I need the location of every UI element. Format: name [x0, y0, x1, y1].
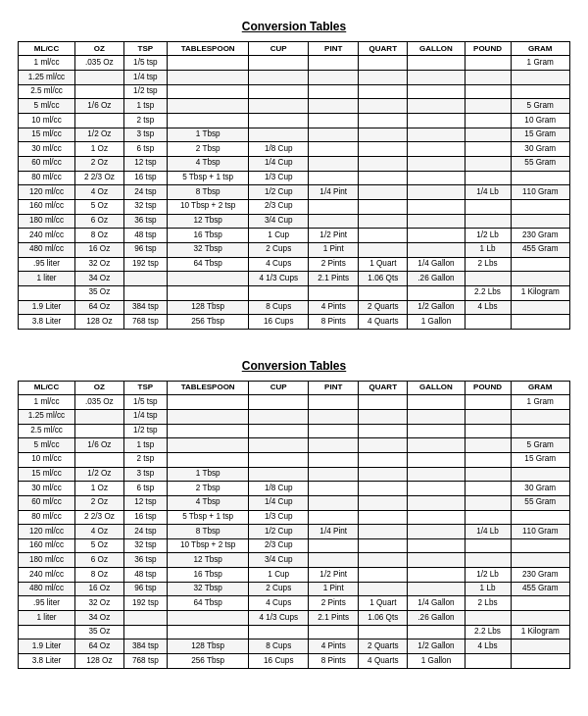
table-cell — [359, 84, 408, 99]
table-cell — [511, 654, 569, 669]
table-cell: 2.1 Pints — [309, 272, 359, 286]
table-cell: 2.1 Pints — [309, 611, 359, 626]
table-cell: 34 Oz — [75, 611, 124, 626]
table-cell: 3 tsp — [123, 128, 167, 142]
table-cell — [359, 128, 408, 142]
column-header: QUART — [359, 42, 408, 56]
table-cell — [408, 99, 465, 114]
table-cell: 120 ml/cc — [19, 525, 75, 539]
table-cell: 1/5 tsp — [123, 395, 167, 410]
table-cell: 1/6 Oz — [75, 438, 124, 453]
table-cell — [511, 300, 569, 315]
table-row: 10 ml/cc2 tsp15 Gram — [19, 452, 570, 467]
table-cell: 1/3 Cup — [249, 510, 309, 525]
table-cell — [249, 285, 309, 300]
table-cell — [408, 467, 465, 482]
table-cell: 1/2 tsp — [123, 424, 167, 438]
table-cell — [75, 409, 124, 424]
table-cell: 32 tsp — [123, 199, 167, 214]
table-cell — [465, 467, 511, 482]
table-cell — [465, 395, 511, 410]
table-cell: 4 Pints — [309, 300, 359, 315]
page: Conversion TablesML/CCOZTSPTABLESPOONCUP… — [0, 0, 588, 716]
table-cell — [75, 84, 124, 99]
column-header: POUND — [465, 42, 511, 56]
table-cell — [309, 56, 359, 71]
table-cell: 2.5 ml/cc — [19, 424, 75, 438]
table-cell — [249, 452, 309, 467]
table-cell — [465, 510, 511, 525]
table-cell — [359, 171, 408, 185]
table-cell: 6 tsp — [123, 142, 167, 157]
table-cell — [359, 229, 408, 243]
table-cell: 32 Oz — [75, 257, 124, 272]
column-header: GRAM — [511, 381, 569, 394]
table-cell: 2 Pints — [309, 596, 359, 611]
table-cell: 2 Oz — [75, 495, 124, 510]
table-row: 5 ml/cc1/6 Oz1 tsp5 Gram — [19, 438, 570, 453]
table-cell: 128 Oz — [75, 315, 124, 330]
table-cell — [309, 156, 359, 171]
table-cell: 35 Oz — [75, 625, 124, 639]
table-cell: 2/3 Cup — [249, 538, 309, 553]
table-cell: 1 Kilogram — [511, 625, 569, 639]
table-cell: 64 Tbsp — [168, 257, 249, 272]
table-cell: 5 Gram — [511, 99, 569, 114]
table-cell: .26 Gallon — [408, 611, 465, 626]
table-cell: 1/2 Oz — [75, 467, 124, 482]
table-cell — [408, 128, 465, 142]
table-row: 1 liter34 Oz4 1/3 Cups2.1 Pints1.06 Qts.… — [19, 272, 570, 286]
table-row: 180 ml/cc6 Oz36 tsp12 Tbsp3/4 Cup — [19, 553, 570, 568]
table-cell — [359, 99, 408, 114]
table-cell: 1/4 Gallon — [408, 596, 465, 611]
table-cell: 1.06 Qts — [359, 272, 408, 286]
table-cell: 1/2 Lb — [465, 229, 511, 243]
column-header: TABLESPOON — [168, 381, 249, 394]
table-cell — [309, 214, 359, 229]
table-cell: 2 Cups — [249, 242, 309, 257]
table-cell: 1/6 Oz — [75, 99, 124, 114]
table-row: 1 ml/cc.035 Oz1/5 tsp1 Gram — [19, 395, 570, 410]
table-cell — [359, 538, 408, 553]
table-cell: 2 Quarts — [359, 639, 408, 654]
table-row: 3.8 Liter128 Oz768 tsp256 Tbsp16 Cups8 P… — [19, 654, 570, 669]
table-cell — [359, 625, 408, 639]
table-cell — [249, 395, 309, 410]
table-cell — [408, 285, 465, 300]
table-cell — [408, 438, 465, 453]
table-cell: 1 tsp — [123, 438, 167, 453]
table-cell: 1 ml/cc — [19, 56, 75, 71]
table-cell — [359, 409, 408, 424]
table-cell: 8 Pints — [309, 315, 359, 330]
table-cell: 1/3 Cup — [249, 171, 309, 185]
table-cell: 1 Pint — [309, 242, 359, 257]
table-cell — [511, 467, 569, 482]
table-row: 480 ml/cc16 Oz96 tsp32 Tbsp2 Cups1 Pint1… — [19, 582, 570, 596]
column-header: ML/CC — [19, 381, 75, 394]
table-cell — [465, 424, 511, 438]
table-cell: 1/4 Pint — [309, 525, 359, 539]
table-row: 15 ml/cc1/2 Oz3 tsp1 Tbsp — [19, 467, 570, 482]
table-cell — [408, 84, 465, 99]
table-cell — [408, 625, 465, 639]
table-cell: 1/2 Pint — [309, 229, 359, 243]
table-cell — [511, 71, 569, 85]
conversion-table-0: ML/CCOZTSPTABLESPOONCUPPINTQUARTGALLONPO… — [18, 41, 570, 330]
table-cell: 1/2 Cup — [249, 525, 309, 539]
table-cell: 2 2/3 Oz — [75, 171, 124, 185]
table-cell: 1 liter — [19, 611, 75, 626]
table-cell: 2 Pints — [309, 257, 359, 272]
table-cell: 30 Gram — [511, 142, 569, 157]
table-cell: 480 ml/cc — [19, 582, 75, 596]
table-cell: 3.8 Liter — [19, 315, 75, 330]
table-cell: 96 tsp — [123, 242, 167, 257]
table-row: 1 ml/cc.035 Oz1/5 tsp1 Gram — [19, 56, 570, 71]
table-cell: .035 Oz — [75, 56, 124, 71]
table-cell: 2 tsp — [123, 114, 167, 128]
table-cell: 2 Oz — [75, 156, 124, 171]
table-cell — [309, 452, 359, 467]
table-cell: 128 Oz — [75, 654, 124, 669]
table-cell — [359, 438, 408, 453]
table-cell: 2/3 Cup — [249, 199, 309, 214]
table-cell: .95 liter — [19, 257, 75, 272]
